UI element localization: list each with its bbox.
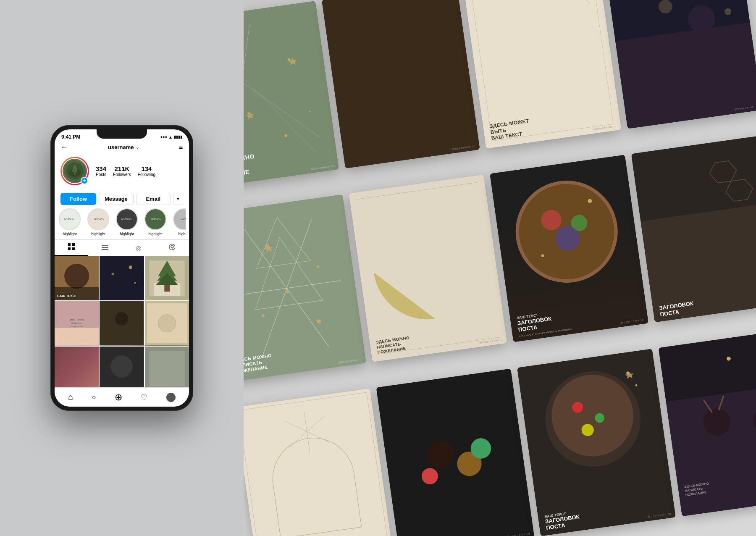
template-card-9: ЗДЕСЬ МОЖНОНАПИСАТЬПОЖЕЛАНИЕ @username.r… [244, 388, 393, 536]
card1-ru-text: ЗДЕСЬ МОЖНОНАПИСАТЬПОЖЕЛАНИЕ [244, 142, 331, 181]
svg-rect-7 [72, 243, 75, 246]
following-count: 134 [138, 165, 155, 172]
svg-rect-39 [55, 347, 99, 391]
template-card-6: ЗДЕСЬ МОЖНОНАПИСАТЬПОЖЕЛАНИЕ @username.r… [349, 175, 507, 362]
tag-tab-icon [169, 244, 175, 252]
status-icons: ●●● ▲ ▮▮▮▮ [160, 135, 182, 139]
message-button[interactable]: Message [99, 193, 133, 205]
highlight-item-4[interactable]: надпись highlight [144, 208, 167, 236]
grid-item-7[interactable] [55, 347, 99, 391]
grid-item-3[interactable] [145, 256, 189, 300]
menu-button[interactable]: ≡ [179, 144, 183, 151]
stat-followers: 211K Followers [113, 165, 131, 177]
avatar-wrapper: + [60, 157, 89, 185]
template-card-10: ЗДЕСЬ МОЖНОНАПИСАТЬПОЖЕЛАНИЕ @username.r… [376, 368, 534, 536]
nav-bar: ← username ⌄ ≡ [55, 141, 189, 154]
card8-content: ЗАГОЛОВОКПОСТА [631, 135, 756, 323]
card3-ru-text: ЗДЕСЬ МОЖЕТБЫТЬВАШ ТЕКСТ [489, 106, 614, 142]
highlight-circle-3: надпись [116, 208, 138, 230]
following-label: Following [138, 172, 155, 177]
svg-rect-123 [666, 383, 756, 516]
highlights-scroll: надпись highlight надпись highlight [58, 208, 186, 236]
svg-point-38 [158, 315, 176, 332]
card5-content: ЗДЕСЬ МОЖНОНАПИСАТЬПОЖЕЛАНИЕ [244, 194, 366, 382]
template-card-8: ЗАГОЛОВОКПОСТА @username.ru [631, 135, 756, 323]
home-nav-button[interactable]: ⌂ [68, 392, 73, 402]
svg-rect-30 [164, 285, 170, 292]
list-tab-icon [102, 244, 108, 252]
highlight-text-1: надпись [64, 218, 76, 221]
highlight-circle-4: надпись [144, 208, 166, 230]
back-button[interactable]: ← [60, 143, 68, 152]
svg-rect-66 [615, 22, 756, 129]
grid-tab-icon [68, 243, 75, 252]
phone-screen: 9:41 PM ●●● ▲ ▮▮▮▮ ← username ⌄ ≡ [55, 129, 189, 407]
highlight-item-3[interactable]: надпись highlight [115, 208, 139, 236]
svg-rect-8 [68, 247, 71, 250]
grid-item-1[interactable]: ВАШ ТЕКСТ [55, 256, 99, 300]
grid-item-9[interactable] [145, 347, 189, 391]
search-nav-button[interactable]: ○ [92, 394, 96, 401]
highlight-text-3: надпись [121, 218, 133, 221]
content-tab-bar: ◎ [55, 239, 189, 256]
template-grid: ЗДЕСЬ МОЖНОНАПИСАТЬПОЖЕЛАНИЕ @username.r… [244, 0, 756, 536]
bottom-nav: ⌂ ○ ⊕ ♡ [55, 387, 189, 407]
highlight-text-5: надп [181, 218, 186, 221]
template-card-2: @username.ru [321, 0, 480, 168]
svg-rect-6 [68, 243, 71, 246]
email-button[interactable]: Email [136, 193, 171, 205]
highlight-text-4: надпись [150, 218, 161, 221]
template-card-3: ЗДЕСЬ МОЖЕТБЫТЬВАШ ТЕКСТ @username.ru [462, 0, 621, 149]
tab-grid[interactable] [55, 240, 88, 256]
svg-point-23 [134, 282, 136, 284]
highlight-item-5[interactable]: надп highl... [172, 208, 186, 236]
followers-label: Followers [113, 172, 131, 177]
status-time: 9:41 PM [61, 134, 80, 140]
highlight-item-2[interactable]: надпись highlight [87, 208, 110, 236]
followers-count: 211K [113, 165, 131, 172]
highlight-item-1[interactable]: надпись highlight [58, 208, 81, 236]
grid-overlay-1: ВАШ ТЕКСТ [57, 294, 77, 298]
card9-content: ЗДЕСЬ МОЖНОНАПИСАТЬПОЖЕЛАНИЕ [244, 388, 393, 536]
svg-point-22 [112, 273, 114, 275]
card3-content: ЗДЕСЬ МОЖЕТБЫТЬВАШ ТЕКСТ [462, 0, 621, 149]
photo-grid: ВАШ ТЕКСТ [55, 256, 189, 391]
username-nav: username ⌄ [108, 144, 139, 150]
highlight-label-4: highlight [148, 232, 163, 236]
profile-section: + 334 Posts 211K Followers [55, 154, 189, 193]
profile-top: + 334 Posts 211K Followers [60, 157, 183, 185]
tab-map[interactable]: ◎ [122, 240, 155, 256]
highlight-label-1: highlight [63, 232, 77, 236]
follow-button[interactable]: Follow [60, 193, 96, 205]
posts-count: 334 [96, 165, 106, 172]
tab-list[interactable] [88, 240, 122, 256]
add-avatar-button[interactable]: + [81, 177, 88, 184]
grid-item-6[interactable] [145, 301, 189, 345]
template-card-4: @username.ru [604, 0, 756, 129]
card10-sub: ЗДЕСЬ МОЖНОНАПИСАТЬПОЖЕЛАНИЕ [404, 522, 527, 536]
highlight-label-2: highlight [91, 232, 105, 236]
profile-nav-button[interactable] [166, 393, 176, 402]
add-nav-button[interactable]: ⊕ [115, 392, 122, 403]
grid-item-4[interactable]: Здесь можнонаписатьпожелание [55, 301, 99, 345]
card11-content: ВАШ ТЕКСТ ЗАГОЛОВОКПОСТА [517, 349, 675, 536]
page-container: 9:41 PM ●●● ▲ ▮▮▮▮ ← username ⌄ ≡ [0, 0, 756, 536]
grid-item-8[interactable] [100, 347, 144, 391]
svg-rect-12 [102, 249, 108, 250]
svg-rect-10 [102, 245, 108, 246]
grid-item-5[interactable] [100, 301, 144, 345]
wifi-icon: ▲ [168, 135, 173, 139]
svg-point-35 [115, 313, 129, 326]
phone-mockup: 9:41 PM ●●● ▲ ▮▮▮▮ ← username ⌄ ≡ [50, 125, 193, 411]
svg-rect-11 [102, 247, 108, 248]
tab-tag[interactable] [155, 240, 189, 256]
right-panel: ЗДЕСЬ МОЖНОНАПИСАТЬПОЖЕЛАНИЕ @username.r… [244, 0, 756, 536]
highlight-label-5: highl... [178, 232, 186, 236]
heart-nav-button[interactable]: ♡ [141, 393, 147, 402]
card6-ru-text: ЗДЕСЬ МОЖНОНАПИСАТЬПОЖЕЛАНИЕ [376, 323, 500, 355]
nav-username-text: username [108, 144, 134, 150]
grid-item-2[interactable] [100, 256, 144, 300]
card5-ru-text: ЗДЕСЬ МОЖНОНАПИСАТЬПОЖЕЛАНИЕ [244, 341, 359, 375]
template-card-12: ЗДЕСЬ МОЖНОНАПИСАТЬПОЖЕЛАНИЕ @username.r… [658, 329, 756, 516]
more-button[interactable]: ▾ [173, 193, 183, 205]
